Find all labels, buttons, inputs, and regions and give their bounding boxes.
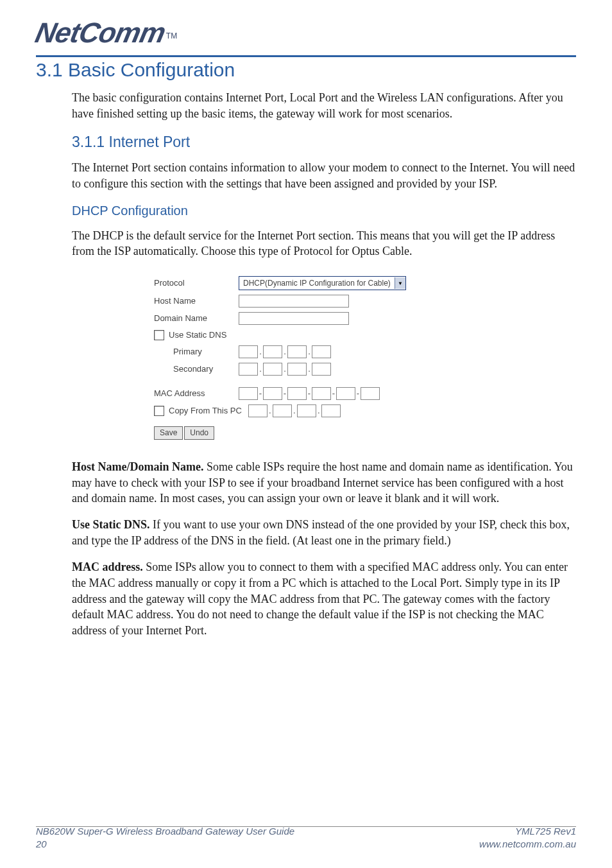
brand-logo: NetComm xyxy=(33,17,168,49)
header: NetCommTM xyxy=(36,17,576,49)
footer-doc-title: NB620W Super-G Wireless Broadband Gatewa… xyxy=(36,825,294,838)
undo-button[interactable]: Undo xyxy=(184,426,214,440)
chevron-down-icon[interactable]: ▼ xyxy=(395,277,405,289)
page-footer: NB620W Super-G Wireless Broadband Gatewa… xyxy=(36,825,576,850)
mac-3[interactable] xyxy=(287,387,307,400)
body-content: The basic configuration contains Interne… xyxy=(72,90,576,649)
secondary-octet-4[interactable] xyxy=(312,363,331,376)
primary-octet-4[interactable] xyxy=(312,345,331,358)
mac-6[interactable] xyxy=(361,387,380,400)
secondary-octet-1[interactable] xyxy=(239,363,258,376)
primary-octet-1[interactable] xyxy=(239,345,258,358)
trademark-symbol: TM xyxy=(166,31,177,40)
save-button[interactable]: Save xyxy=(154,426,183,440)
copy-octet-3[interactable] xyxy=(297,404,316,417)
protocol-label: Protocol xyxy=(154,277,239,289)
mac-5[interactable] xyxy=(336,387,355,400)
protocol-select[interactable]: DHCP(Dynamic IP Configuration for Cable)… xyxy=(239,276,406,290)
hostname-label: Host Name xyxy=(154,295,239,307)
copy-from-pc-label: Copy From This PC xyxy=(169,405,242,417)
primary-octet-2[interactable] xyxy=(263,345,282,358)
secondary-label: Secondary xyxy=(154,363,239,375)
intro-paragraph: The basic configuration contains Interne… xyxy=(72,90,576,122)
dns-explain: Use Static DNS. If you want to use your … xyxy=(72,517,576,549)
dns-lead: Use Static DNS. xyxy=(72,518,150,531)
domain-input[interactable] xyxy=(239,312,349,325)
mac-1[interactable] xyxy=(239,387,258,400)
header-rule xyxy=(36,55,576,57)
hostname-explain: Host Name/Domain Name. Some cable ISPs r… xyxy=(72,459,576,507)
section-heading: 3.1 Basic Configuration xyxy=(36,59,235,81)
copy-octet-2[interactable] xyxy=(273,404,292,417)
footer-page-number: 20 xyxy=(36,838,294,851)
mac-4[interactable] xyxy=(312,387,331,400)
copy-octet-1[interactable] xyxy=(248,404,268,417)
internet-port-paragraph: The Internet Port section contains infor… xyxy=(72,160,576,192)
copy-octet-4[interactable] xyxy=(321,404,341,417)
footer-url: www.netcomm.com.au xyxy=(479,838,576,851)
domain-label: Domain Name xyxy=(154,313,239,324)
hostname-input[interactable] xyxy=(239,295,349,308)
copy-from-pc-checkbox[interactable] xyxy=(154,406,164,416)
secondary-octet-3[interactable] xyxy=(287,363,307,376)
mac-text: Some ISPs allow you to connect to them w… xyxy=(72,560,568,637)
hostname-lead: Host Name/Domain Name. xyxy=(72,460,203,473)
static-dns-checkbox[interactable] xyxy=(154,330,164,340)
config-form: Protocol DHCP(Dynamic IP Configuration f… xyxy=(154,276,462,439)
mac-2[interactable] xyxy=(263,387,282,400)
dhcp-heading: DHCP Configuration xyxy=(72,202,576,220)
mac-lead: MAC address. xyxy=(72,560,143,573)
mac-explain: MAC address. Some ISPs allow you to conn… xyxy=(72,559,576,639)
secondary-octet-2[interactable] xyxy=(263,363,282,376)
protocol-value: DHCP(Dynamic IP Configuration for Cable) xyxy=(239,278,395,289)
dhcp-paragraph: The DHCP is the default service for the … xyxy=(72,228,576,260)
subsection-heading: 3.1.1 Internet Port xyxy=(72,132,576,153)
static-dns-label: Use Static DNS xyxy=(169,329,226,341)
footer-revision: YML725 Rev1 xyxy=(479,825,576,838)
primary-octet-3[interactable] xyxy=(287,345,307,358)
primary-label: Primary xyxy=(154,346,239,358)
mac-label: MAC Address xyxy=(154,388,239,399)
